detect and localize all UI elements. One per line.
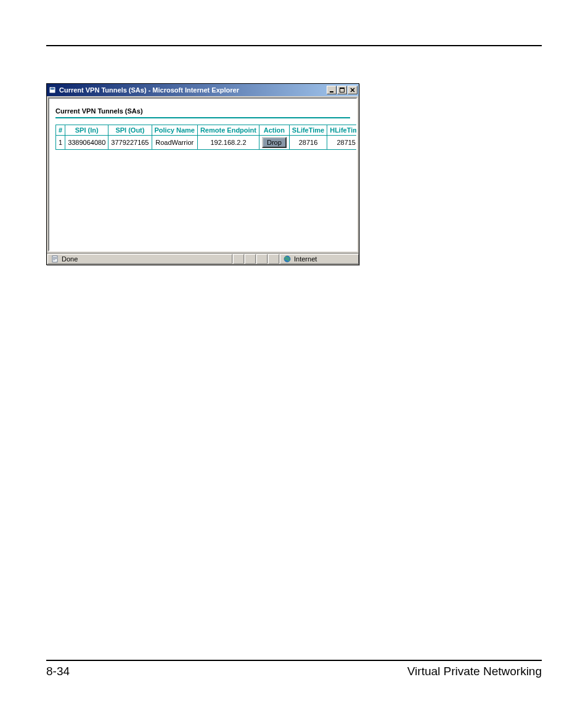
page-footer: 8-34 Virtual Private Networking: [46, 660, 542, 678]
window-controls: [326, 86, 357, 94]
status-pane-main: Done: [47, 254, 232, 264]
drop-button[interactable]: Drop: [262, 137, 287, 148]
cell-num: 1: [56, 136, 65, 150]
status-pane-zone: Internet: [280, 254, 359, 264]
window-title: Current VPN Tunnels (SAs) - Microsoft In…: [59, 86, 326, 94]
browser-content: Current VPN Tunnels (SAs) # SPI (In) SPI…: [48, 97, 357, 252]
zone-text: Internet: [294, 255, 317, 263]
window-titlebar[interactable]: Current VPN Tunnels (SAs) - Microsoft In…: [47, 84, 359, 96]
status-pane-spacer4: [268, 254, 279, 264]
ie-app-icon: [48, 86, 57, 94]
section-title: Virtual Private Networking: [407, 665, 542, 678]
col-policy-name: Policy Name: [152, 125, 197, 136]
cell-hlifetime: 28715: [327, 136, 357, 150]
table-row: 1 3389064080 3779227165 RoadWarrior 192.…: [56, 136, 358, 150]
status-pane-spacer1: [233, 254, 244, 264]
svg-rect-1: [330, 91, 333, 92]
svg-rect-3: [340, 88, 345, 89]
svg-rect-5: [53, 257, 57, 258]
cell-policy-name: RoadWarrior: [152, 136, 197, 150]
document-icon: [51, 255, 59, 263]
table-header-row: # SPI (In) SPI (Out) Policy Name Remote …: [56, 125, 358, 136]
page-heading: Current VPN Tunnels (SAs): [55, 107, 350, 115]
cell-spi-in: 3389064080: [65, 136, 108, 150]
status-pane-spacer2: [245, 254, 256, 264]
status-pane-spacer3: [256, 254, 267, 264]
col-spi-in: SPI (In): [65, 125, 108, 136]
col-slifetime: SLifeTime: [289, 125, 327, 136]
footer-row: 8-34 Virtual Private Networking: [46, 665, 542, 678]
browser-window: Current VPN Tunnels (SAs) - Microsoft In…: [46, 83, 359, 265]
top-horizontal-rule: [46, 45, 542, 46]
maximize-button[interactable]: [337, 86, 347, 94]
col-action: Action: [259, 125, 289, 136]
status-bar: Done Internet: [47, 253, 359, 265]
page-number: 8-34: [46, 665, 70, 678]
cell-slifetime: 28716: [289, 136, 327, 150]
svg-rect-6: [53, 258, 57, 259]
col-remote-endpoint: Remote Endpoint: [197, 125, 259, 136]
cell-spi-out: 3779227165: [108, 136, 152, 150]
cell-remote-endpoint: 192.168.2.2: [197, 136, 259, 150]
status-text: Done: [62, 255, 78, 263]
footer-rule: [46, 660, 542, 661]
col-hlifetime: HLifeTime: [327, 125, 357, 136]
internet-zone-icon: [283, 255, 292, 263]
close-button[interactable]: [348, 86, 357, 94]
col-spi-out: SPI (Out): [108, 125, 152, 136]
vpn-tunnels-table: # SPI (In) SPI (Out) Policy Name Remote …: [55, 125, 357, 150]
document-page: Current VPN Tunnels (SAs) - Microsoft In…: [0, 0, 588, 706]
heading-rule: [55, 117, 350, 118]
cell-action: Drop: [259, 136, 289, 150]
col-num: #: [56, 125, 65, 136]
minimize-button[interactable]: [327, 86, 337, 94]
svg-rect-7: [53, 260, 55, 260]
